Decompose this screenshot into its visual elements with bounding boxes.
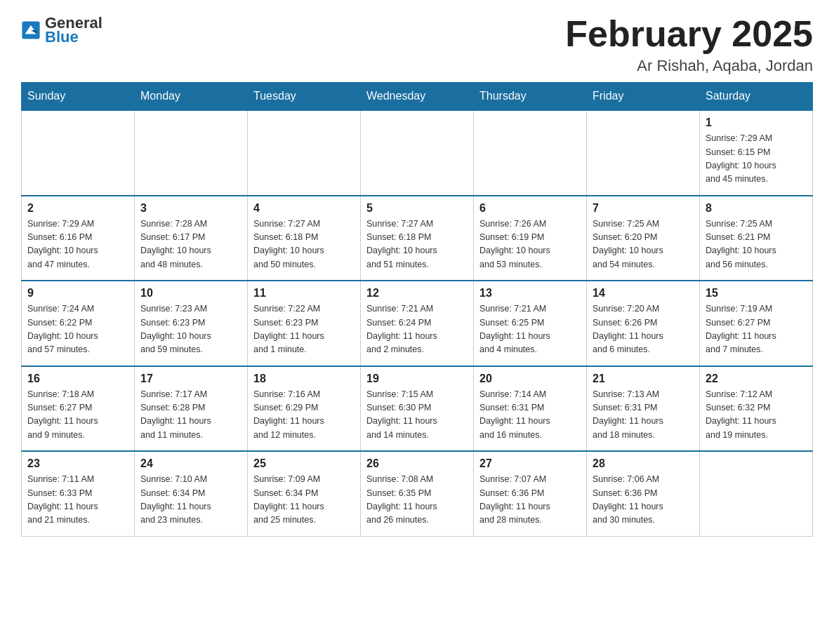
day-number: 12: [366, 287, 468, 300]
header-wednesday: Wednesday: [361, 83, 474, 111]
day-number: 28: [593, 457, 694, 470]
calendar-cell: 5Sunrise: 7:27 AM Sunset: 6:18 PM Daylig…: [361, 196, 474, 281]
header-tuesday: Tuesday: [248, 83, 361, 111]
calendar-cell: [248, 110, 361, 196]
day-number: 5: [366, 202, 468, 215]
calendar-cell: 28Sunrise: 7:06 AM Sunset: 6:36 PM Dayli…: [587, 451, 700, 536]
calendar-cell: 23Sunrise: 7:11 AM Sunset: 6:33 PM Dayli…: [22, 451, 135, 536]
day-number: 7: [593, 202, 694, 215]
day-info: Sunrise: 7:21 AM Sunset: 6:25 PM Dayligh…: [479, 302, 581, 357]
day-info: Sunrise: 7:12 AM Sunset: 6:32 PM Dayligh…: [706, 388, 807, 443]
header-friday: Friday: [587, 83, 700, 111]
calendar-cell: [361, 110, 474, 196]
day-number: 14: [593, 287, 694, 300]
day-info: Sunrise: 7:14 AM Sunset: 6:31 PM Dayligh…: [479, 388, 581, 443]
calendar-cell: 11Sunrise: 7:22 AM Sunset: 6:23 PM Dayli…: [248, 281, 361, 366]
day-number: 24: [140, 457, 241, 470]
calendar-week-3: 9Sunrise: 7:24 AM Sunset: 6:22 PM Daylig…: [22, 281, 813, 366]
day-info: Sunrise: 7:20 AM Sunset: 6:26 PM Dayligh…: [593, 302, 694, 357]
calendar-header-row: SundayMondayTuesdayWednesdayThursdayFrid…: [22, 83, 813, 111]
day-number: 15: [706, 287, 807, 300]
day-info: Sunrise: 7:11 AM Sunset: 6:33 PM Dayligh…: [27, 473, 128, 528]
calendar-cell: 21Sunrise: 7:13 AM Sunset: 6:31 PM Dayli…: [587, 366, 700, 452]
day-info: Sunrise: 7:27 AM Sunset: 6:18 PM Dayligh…: [253, 217, 355, 272]
calendar-cell: 1Sunrise: 7:29 AM Sunset: 6:15 PM Daylig…: [700, 110, 813, 196]
logo: General Blue: [21, 14, 102, 46]
day-info: Sunrise: 7:13 AM Sunset: 6:31 PM Dayligh…: [593, 388, 694, 443]
day-info: Sunrise: 7:22 AM Sunset: 6:23 PM Dayligh…: [253, 302, 355, 357]
calendar-cell: 7Sunrise: 7:25 AM Sunset: 6:20 PM Daylig…: [587, 196, 700, 281]
title-block: February 2025 Ar Rishah, Aqaba, Jordan: [565, 14, 813, 75]
calendar-cell: 27Sunrise: 7:07 AM Sunset: 6:36 PM Dayli…: [474, 451, 587, 536]
calendar-cell: 24Sunrise: 7:10 AM Sunset: 6:34 PM Dayli…: [135, 451, 248, 536]
day-info: Sunrise: 7:23 AM Sunset: 6:23 PM Dayligh…: [140, 302, 241, 357]
day-number: 25: [253, 457, 355, 470]
calendar-cell: 19Sunrise: 7:15 AM Sunset: 6:30 PM Dayli…: [361, 366, 474, 452]
calendar-cell: [474, 110, 587, 196]
day-number: 27: [479, 457, 581, 470]
day-number: 4: [253, 202, 355, 215]
day-info: Sunrise: 7:16 AM Sunset: 6:29 PM Dayligh…: [253, 388, 355, 443]
calendar-table: SundayMondayTuesdayWednesdayThursdayFrid…: [21, 82, 813, 537]
day-number: 3: [140, 202, 241, 215]
location-title: Ar Rishah, Aqaba, Jordan: [565, 57, 813, 75]
day-number: 21: [593, 373, 694, 385]
calendar-cell: 8Sunrise: 7:25 AM Sunset: 6:21 PM Daylig…: [700, 196, 813, 281]
day-number: 19: [366, 373, 468, 385]
day-info: Sunrise: 7:29 AM Sunset: 6:16 PM Dayligh…: [27, 217, 128, 272]
header-sunday: Sunday: [22, 83, 135, 111]
day-number: 2: [27, 202, 128, 215]
calendar-cell: 9Sunrise: 7:24 AM Sunset: 6:22 PM Daylig…: [22, 281, 135, 366]
day-number: 13: [479, 287, 581, 300]
calendar-week-5: 23Sunrise: 7:11 AM Sunset: 6:33 PM Dayli…: [22, 451, 813, 536]
month-title: February 2025: [565, 14, 813, 54]
day-number: 26: [366, 457, 468, 470]
calendar-cell: 12Sunrise: 7:21 AM Sunset: 6:24 PM Dayli…: [361, 281, 474, 366]
calendar-cell: 13Sunrise: 7:21 AM Sunset: 6:25 PM Dayli…: [474, 281, 587, 366]
calendar-cell: 20Sunrise: 7:14 AM Sunset: 6:31 PM Dayli…: [474, 366, 587, 452]
day-info: Sunrise: 7:21 AM Sunset: 6:24 PM Dayligh…: [366, 302, 468, 357]
day-info: Sunrise: 7:26 AM Sunset: 6:19 PM Dayligh…: [479, 217, 581, 272]
day-info: Sunrise: 7:06 AM Sunset: 6:36 PM Dayligh…: [593, 473, 694, 528]
day-info: Sunrise: 7:17 AM Sunset: 6:28 PM Dayligh…: [140, 388, 241, 443]
day-number: 8: [706, 202, 807, 215]
day-number: 20: [479, 373, 581, 385]
calendar-cell: 6Sunrise: 7:26 AM Sunset: 6:19 PM Daylig…: [474, 196, 587, 281]
header-monday: Monday: [135, 83, 248, 111]
day-number: 10: [140, 287, 241, 300]
calendar-cell: 10Sunrise: 7:23 AM Sunset: 6:23 PM Dayli…: [135, 281, 248, 366]
day-number: 18: [253, 373, 355, 385]
calendar-week-4: 16Sunrise: 7:18 AM Sunset: 6:27 PM Dayli…: [22, 366, 813, 452]
day-number: 17: [140, 373, 241, 385]
calendar-cell: 25Sunrise: 7:09 AM Sunset: 6:34 PM Dayli…: [248, 451, 361, 536]
day-info: Sunrise: 7:18 AM Sunset: 6:27 PM Dayligh…: [27, 388, 128, 443]
day-info: Sunrise: 7:25 AM Sunset: 6:21 PM Dayligh…: [706, 217, 807, 272]
calendar-cell: [587, 110, 700, 196]
day-info: Sunrise: 7:24 AM Sunset: 6:22 PM Dayligh…: [27, 302, 128, 357]
day-number: 16: [27, 373, 128, 385]
calendar-cell: 2Sunrise: 7:29 AM Sunset: 6:16 PM Daylig…: [22, 196, 135, 281]
calendar-cell: 26Sunrise: 7:08 AM Sunset: 6:35 PM Dayli…: [361, 451, 474, 536]
calendar-cell: 18Sunrise: 7:16 AM Sunset: 6:29 PM Dayli…: [248, 366, 361, 452]
day-info: Sunrise: 7:25 AM Sunset: 6:20 PM Dayligh…: [593, 217, 694, 272]
calendar-cell: [22, 110, 135, 196]
calendar-cell: 22Sunrise: 7:12 AM Sunset: 6:32 PM Dayli…: [700, 366, 813, 452]
day-info: Sunrise: 7:07 AM Sunset: 6:36 PM Dayligh…: [479, 473, 581, 528]
calendar-cell: 15Sunrise: 7:19 AM Sunset: 6:27 PM Dayli…: [700, 281, 813, 366]
day-info: Sunrise: 7:08 AM Sunset: 6:35 PM Dayligh…: [366, 473, 468, 528]
day-number: 1: [706, 116, 807, 129]
calendar-cell: 3Sunrise: 7:28 AM Sunset: 6:17 PM Daylig…: [135, 196, 248, 281]
day-info: Sunrise: 7:10 AM Sunset: 6:34 PM Dayligh…: [140, 473, 241, 528]
day-number: 6: [479, 202, 581, 215]
calendar-cell: [135, 110, 248, 196]
day-info: Sunrise: 7:28 AM Sunset: 6:17 PM Dayligh…: [140, 217, 241, 272]
day-info: Sunrise: 7:15 AM Sunset: 6:30 PM Dayligh…: [366, 388, 468, 443]
header-thursday: Thursday: [474, 83, 587, 111]
logo-icon: [21, 20, 41, 40]
calendar-cell: 16Sunrise: 7:18 AM Sunset: 6:27 PM Dayli…: [22, 366, 135, 452]
page-header: General Blue February 2025 Ar Rishah, Aq…: [21, 14, 813, 75]
day-number: 23: [27, 457, 128, 470]
calendar-cell: 14Sunrise: 7:20 AM Sunset: 6:26 PM Dayli…: [587, 281, 700, 366]
day-number: 22: [706, 373, 807, 385]
header-saturday: Saturday: [700, 83, 813, 111]
